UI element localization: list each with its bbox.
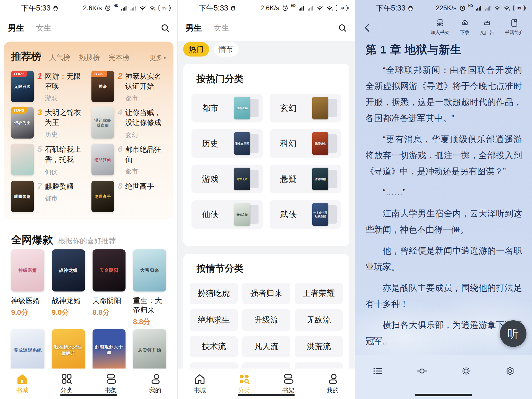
book-title: 神豪从实名认证开始 (125, 71, 166, 91)
plot-tag[interactable]: 洪荒流 (295, 336, 343, 357)
ranking-more-link[interactable]: 更多 (150, 53, 166, 62)
download-button[interactable]: 下载 (460, 18, 469, 36)
listen-button[interactable]: 听 (500, 320, 526, 347)
category-item-youxi[interactable]: 游戏绝世无双 (191, 165, 263, 193)
wifi6-icon: 6 (149, 5, 156, 11)
rank-number: 4 (118, 108, 125, 128)
nav-bookstore[interactable]: 书城 (178, 369, 222, 399)
ranking-tab-completed[interactable]: 完本榜 (109, 53, 129, 62)
plot-tag[interactable]: 无敌流 (295, 309, 343, 331)
battery-icon: 39 (336, 5, 347, 11)
no-ads-button[interactable]: 免广告 (480, 18, 494, 36)
wifi-plus-icon: + (139, 5, 146, 11)
ranking-book-3[interactable]: TOP3锦衣为王 3大明之锦衣为王历史 (11, 107, 86, 139)
hot-row2-book-4[interactable]: 从卖符开始 (133, 329, 166, 371)
status-net-speed: 2.6K/s (83, 4, 102, 12)
search-icon[interactable] (338, 24, 347, 32)
tab-male[interactable]: 男生 (8, 22, 24, 34)
tab-male[interactable]: 男生 (185, 22, 202, 34)
book-title: 大明之锦衣为王 (45, 108, 86, 127)
ranking-book-1[interactable]: TOP1无限召唤 1网游：无限召唤游戏 (11, 71, 86, 103)
ranking-tab-hotsearch[interactable]: 热搜榜 (79, 53, 100, 62)
pill-hot[interactable]: 热门 (183, 42, 209, 57)
paragraph: 他，曾经便是新闻中逍遥游的一名职业玩家。 (365, 243, 522, 275)
category-item-kehuan[interactable]: 科幻无限进化 (270, 129, 341, 158)
ranking-book-6[interactable]: 绝品狂仙 6都市绝品狂仙都市 (91, 144, 166, 176)
mini-cover: 无限进化 (312, 132, 328, 155)
add-to-shelf-icon (435, 18, 445, 28)
ranking-book-7[interactable]: 麒麟赘婿 7麒麟赘婿都市 (11, 181, 86, 212)
book-cover: 大帝归来 (133, 249, 166, 291)
plot-tag[interactable]: 扮猪吃虎 (190, 283, 238, 304)
home-indicator[interactable] (238, 394, 295, 396)
book-title: 都市绝品狂仙 (125, 144, 166, 164)
book-cover: 神级医婿 (11, 249, 44, 291)
tab-female[interactable]: 女生 (36, 23, 52, 33)
hot-row2-book-2[interactable]: 我在绝地求生捡碎片 (52, 329, 85, 371)
svg-text:6: 6 (332, 9, 333, 11)
category-item-xuanhuan[interactable]: 玄幻 (270, 94, 341, 122)
book-info-button[interactable]: 书籍简介 (505, 18, 524, 36)
hot-book-4[interactable]: 大帝归来 重生：大帝归来 8.8分 (133, 249, 166, 327)
hot-book-1[interactable]: 神级医婿 神级医婿 9.0分 (11, 249, 44, 327)
category-item-lishi[interactable]: 历史重生在三国 (191, 129, 263, 158)
book-cover: 绝世高手 (91, 181, 114, 212)
plot-tag[interactable]: 强者归来 (242, 283, 290, 304)
rank-number: 7 (37, 181, 45, 191)
category-item-xuanyi[interactable]: 悬疑诡秘档案 (270, 165, 341, 193)
reader-bottom-bar (355, 355, 532, 399)
book-genre: 仙侠 (45, 168, 86, 176)
book-genre: 都市 (125, 94, 166, 103)
status-time: 下午5:33 (21, 3, 51, 13)
signal2-icon (485, 5, 491, 11)
hot-row2-book-1[interactable]: 养成道观系统 (11, 329, 44, 371)
ranking-book-8[interactable]: 绝世高手 8绝世高手 (91, 181, 166, 212)
home-indicator[interactable] (415, 394, 472, 396)
ranking-book-4[interactable]: 没让你修成盗仙 4让你当贼，没让你修成盗仙玄幻 (91, 107, 166, 139)
ranking-book-5[interactable]: 5石矶给我上香，托我收…仙侠 (11, 144, 86, 176)
search-icon[interactable] (161, 24, 170, 32)
hot-book-3[interactable]: 天命阴阳 天命阴阳 8.8分 (93, 249, 126, 327)
plot-tag[interactable]: 绝地求生 (190, 309, 238, 331)
add-to-shelf-button[interactable]: 加入书架 (431, 18, 449, 36)
mini-cover: 重生在三国 (234, 132, 250, 155)
tab-female[interactable]: 女生 (214, 23, 229, 33)
back-icon[interactable] (362, 22, 373, 34)
signal2-icon (130, 5, 137, 11)
brightness-icon[interactable] (460, 365, 472, 378)
pill-plot[interactable]: 情节 (214, 42, 239, 57)
hot-row2-book-3[interactable]: 剑阁观剑六十年 (93, 329, 126, 371)
recommend-ranking-card: 推荐榜 人气榜 热搜榜 完本榜 更多 TOP1无限召唤 1网游：无限召唤游戏 T… (4, 42, 173, 219)
nav-mine[interactable]: 我的 (133, 369, 177, 399)
signal2-icon (307, 5, 314, 11)
status-net-speed: 2.6K/s (260, 4, 279, 12)
home-indicator[interactable] (60, 394, 117, 396)
plot-tag[interactable]: 王者荣耀 (295, 283, 343, 304)
plot-tag[interactable]: 升级流 (242, 309, 290, 331)
nav-bookstore[interactable]: 书城 (0, 369, 44, 399)
hot-section-subtitle: 根据你的喜好推荐 (58, 236, 116, 246)
progress-icon[interactable] (416, 365, 428, 378)
category-item-wuxia[interactable]: 武侠一本奇书引起的血案 (270, 200, 341, 229)
category-item-xianxia[interactable]: 仙侠修仙之徒 (191, 200, 263, 229)
bookshelf-icon (282, 372, 295, 385)
category-item-dushi[interactable]: 都市透视保镖 (191, 94, 263, 122)
toc-icon[interactable] (372, 365, 384, 378)
book-cover: 麒麟赘婿 (11, 181, 34, 212)
alarm-clock-icon (282, 5, 288, 11)
hot-book-2[interactable]: 战神龙婿 战神龙婿 9.0分 (52, 249, 85, 327)
nav-mine[interactable]: 我的 (310, 369, 355, 399)
ranking-book-2[interactable]: TOP2神豪 2神豪从实名认证开始都市 (91, 71, 166, 103)
ranking-tab-popularity[interactable]: 人气榜 (49, 53, 70, 62)
plot-tag[interactable]: 凡人流 (242, 336, 290, 357)
hot-category-title: 按热门分类 (196, 73, 341, 85)
settings-icon[interactable] (504, 365, 516, 378)
book-cover: TOP3锦衣为王 (11, 107, 34, 139)
mini-cover: 修仙之徒 (234, 203, 250, 226)
mini-cover: 一本奇书引起的血案 (312, 203, 328, 226)
plot-tag[interactable]: 技术流 (190, 336, 238, 357)
book-title: 网游：无限召唤 (45, 71, 86, 91)
book-title: 麒麟赘婿 (45, 181, 74, 191)
chapter-content[interactable]: “全球联邦新闻：由各国联合开发的全新虚拟网游《寻道》将于今晚七点准时开服，据悉，… (365, 62, 522, 355)
chapter-title: 第 1 章 地狱与新生 (365, 42, 462, 57)
